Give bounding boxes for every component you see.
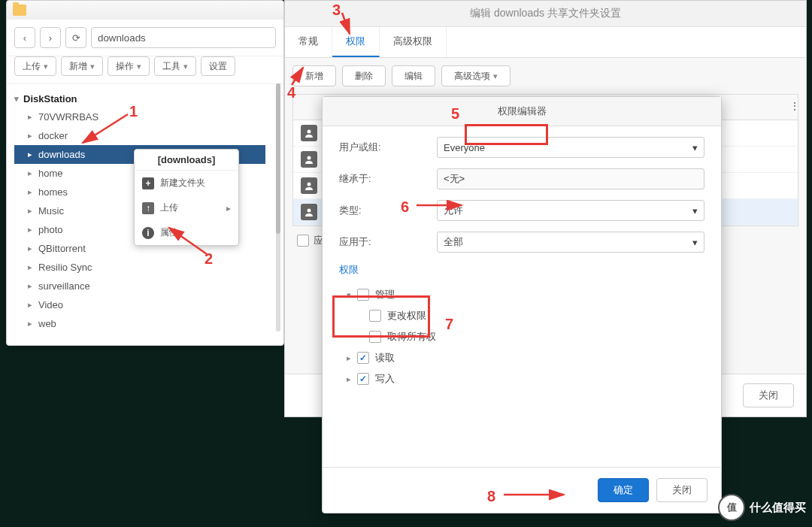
perm-read-group[interactable]: ▸ 读取 [347, 347, 704, 368]
svg-point-0 [308, 130, 311, 134]
tab-advanced[interactable]: 高级权限 [380, 27, 447, 57]
apply-to-select[interactable]: 全部▾ [437, 232, 704, 253]
permission-section-label: 权限 [339, 263, 704, 277]
user-icon [301, 177, 317, 194]
folder-icon [13, 5, 26, 16]
write-checkbox[interactable] [357, 373, 369, 385]
plus-icon: + [142, 177, 154, 189]
settings-title: 编辑 downloads 共享文件夹设置 [285, 1, 806, 27]
annotation-8: 8 [487, 488, 495, 505]
context-menu-title: [downloads] [135, 150, 238, 171]
info-icon: i [142, 227, 154, 239]
chevron-right-icon: ▸ [28, 112, 32, 122]
chevron-down-icon: ▾ [692, 205, 698, 217]
file-toolbar: 上传 ▾ 新增 ▾ 操作 ▾ 工具 ▾ 设置 [7, 56, 283, 84]
apply-checkbox[interactable] [297, 235, 309, 247]
watermark: 值 什么值得买 [718, 494, 806, 521]
annotation-5: 5 [451, 105, 459, 123]
label-apply-to: 应用于: [339, 235, 437, 249]
chevron-down-icon: ▾ [692, 237, 698, 248]
chevron-right-icon: ▸ [28, 168, 32, 178]
annotation-4: 4 [287, 84, 295, 101]
svg-line-7 [292, 68, 303, 85]
chevron-right-icon: ▸ [28, 300, 32, 310]
create-button[interactable]: 新增 ▾ [61, 56, 103, 76]
perm-write-group[interactable]: ▸ 写入 [347, 368, 704, 389]
advanced-options-button[interactable]: 高级选项 ▾ [441, 65, 511, 86]
chevron-right-icon: ▸ [28, 244, 32, 253]
settings-button[interactable]: 设置 [201, 56, 235, 76]
chevron-right-icon: ▸ [28, 319, 32, 329]
arrow-4 [288, 64, 311, 86]
settings-close-button[interactable]: 关闭 [743, 383, 794, 407]
watermark-text: 什么值得买 [750, 501, 806, 515]
context-upload[interactable]: ↑ 上传 ▸ [135, 195, 238, 220]
tree-item-resilio-sync[interactable]: ▸Resilio Sync [14, 258, 280, 277]
watermark-badge: 值 [718, 494, 745, 521]
user-icon [301, 125, 317, 141]
chevron-right-icon: ▸ [28, 225, 32, 235]
tree-item-70vwrrbas[interactable]: ▸70VWRRBAS [14, 108, 280, 126]
tool-button[interactable]: 工具 ▾ [154, 56, 196, 76]
svg-line-6 [342, 13, 350, 34]
chevron-right-icon: ▸ [28, 206, 32, 216]
upload-button[interactable]: 上传 ▾ [14, 56, 56, 76]
chevron-right-icon: ▸ [28, 281, 32, 291]
svg-line-4 [83, 114, 128, 143]
chevron-right-icon: ▸ [28, 187, 32, 197]
refresh-button[interactable]: ⟳ [65, 27, 86, 48]
editor-close-button[interactable]: 关闭 [656, 478, 707, 502]
annotation-1: 1 [129, 103, 138, 120]
window-titlebar [7, 1, 283, 20]
chevron-right-icon: ▸ [28, 150, 32, 159]
path-input[interactable] [91, 27, 276, 48]
annotation-box-7 [332, 295, 430, 338]
back-button[interactable]: ‹ [14, 27, 35, 48]
more-icon[interactable]: ⋮ [783, 95, 798, 120]
delete-permission-button[interactable]: 删除 [342, 65, 386, 86]
upload-icon: ↑ [142, 202, 154, 214]
chevron-right-icon: ▸ [28, 262, 32, 272]
svg-point-3 [308, 209, 311, 213]
nav-bar: ‹ › ⟳ [7, 20, 283, 56]
permission-actions: 新增 删除 编辑 高级选项 ▾ [285, 58, 806, 94]
read-checkbox[interactable] [357, 352, 369, 364]
user-icon [301, 151, 317, 168]
settings-tabs: 常规 权限 高级权限 [285, 27, 806, 58]
editor-ok-button[interactable]: 确定 [598, 478, 649, 502]
forward-button[interactable]: › [40, 27, 61, 48]
annotation-2: 2 [205, 250, 213, 268]
type-select[interactable]: 允许▾ [437, 200, 704, 221]
edit-permission-button[interactable]: 编辑 [392, 65, 435, 86]
arrow-8 [502, 487, 570, 502]
annotation-box-5 [465, 124, 548, 145]
arrow-6 [415, 198, 468, 213]
svg-point-2 [308, 183, 311, 186]
inherit-from-field: <无> [437, 168, 704, 189]
annotation-3: 3 [332, 2, 341, 19]
chevron-right-icon: ▸ [347, 374, 351, 384]
svg-line-5 [169, 228, 207, 254]
annotation-7: 7 [445, 316, 453, 333]
user-icon [301, 204, 317, 220]
tree-item-surveillance[interactable]: ▸surveillance [14, 277, 280, 295]
context-new-folder[interactable]: + 新建文件夹 [135, 171, 238, 195]
tree-root[interactable]: ▾DiskStation [14, 90, 280, 108]
label-inherit-from: 继承于: [339, 172, 437, 186]
chevron-right-icon: ▸ [28, 131, 32, 141]
svg-point-1 [308, 156, 311, 160]
annotation-6: 6 [401, 198, 409, 216]
tree-item-web[interactable]: ▸web [14, 314, 280, 333]
chevron-right-icon: ▸ [226, 203, 231, 214]
tab-general[interactable]: 常规 [285, 27, 332, 57]
tree-item-docker[interactable]: ▸docker [14, 126, 280, 145]
chevron-down-icon: ▾ [692, 142, 698, 153]
arrow-1 [75, 113, 135, 150]
label-user-or-group: 用户或组: [339, 141, 437, 154]
editor-title: 权限编辑器 [323, 97, 721, 126]
scrollbar-thumb[interactable] [276, 83, 280, 234]
tree-item-video[interactable]: ▸Video [14, 295, 280, 314]
action-button[interactable]: 操作 ▾ [108, 56, 150, 76]
chevron-right-icon: ▸ [347, 353, 351, 363]
